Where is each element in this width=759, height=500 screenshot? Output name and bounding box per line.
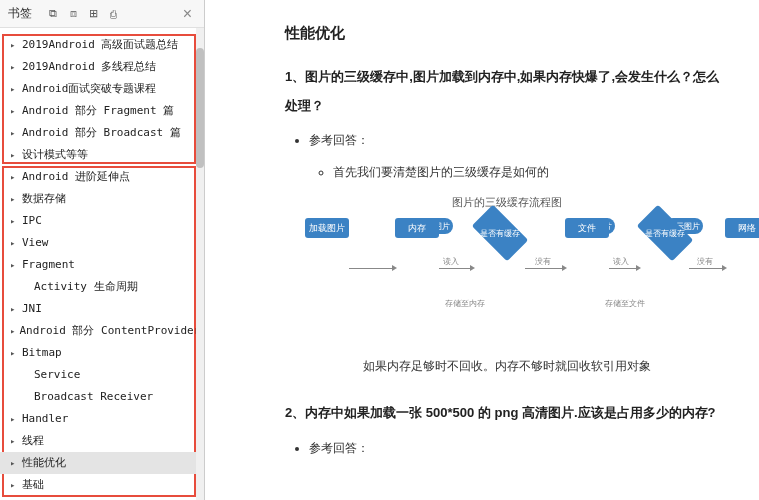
edge-label: 存储至内存 — [445, 298, 485, 309]
outline-item-label: 基础 — [22, 477, 44, 493]
edge — [349, 268, 393, 269]
chevron-right-icon: ▸ — [10, 213, 18, 229]
edge-label: 没有 — [697, 256, 713, 267]
outline-item-label: Android面试突破专题课程 — [22, 81, 156, 97]
outline-item-label: 数据存储 — [22, 191, 66, 207]
answer-2: 参考回答： — [309, 438, 729, 460]
page-title: 性能优化 — [285, 24, 729, 43]
answer-1: 参考回答： 首先我们要清楚图片的三级缓存是如何的 — [309, 130, 729, 183]
edge-label: 存储至文件 — [605, 298, 645, 309]
scrollbar-track[interactable] — [196, 28, 204, 500]
outline-item-label: Fragment — [22, 257, 75, 273]
chevron-right-icon: ▸ — [10, 235, 18, 251]
header-icon-group: ⧉ ⧈ ⊞ ⎙ — [46, 7, 120, 21]
outline-item-label: Activity 生命周期 — [34, 279, 138, 295]
outline-item[interactable]: ▸2019Android 多线程总结 — [0, 56, 204, 78]
chevron-right-icon: ▸ — [10, 59, 18, 75]
outline-item[interactable]: ▸Android 部分 ContentProvider 篇 — [0, 320, 204, 342]
edge-label: 读入 — [443, 256, 459, 267]
outline-item-label: Android 部分 Fragment 篇 — [22, 103, 174, 119]
answer-1-sub: 首先我们要清楚图片的三级缓存是如何的 — [333, 162, 729, 184]
node-file: 文件 — [565, 218, 609, 238]
node-hascache2: 是否有缓存 — [637, 205, 694, 262]
outline-item-label: JNI — [22, 301, 42, 317]
close-icon[interactable]: × — [179, 5, 196, 23]
sidebar-header: 书签 ⧉ ⧈ ⊞ ⎙ × — [0, 0, 204, 28]
outline-item-label: 设计模式等等 — [22, 147, 88, 163]
expand-icon[interactable]: ⧉ — [46, 7, 60, 21]
outline-item[interactable]: Broadcast Receiver — [0, 386, 204, 408]
outline-item-label: View — [22, 235, 49, 251]
outline-item[interactable]: Activity 生命周期 — [0, 276, 204, 298]
answer-2-lead: 参考回答： — [309, 438, 729, 460]
edge — [525, 268, 563, 269]
chevron-right-icon: ▸ — [10, 191, 18, 207]
outline-item-label: Handler — [22, 411, 68, 427]
outline-item[interactable]: ▸Android面试突破专题课程 — [0, 78, 204, 100]
outline-item-label: 性能优化 — [22, 455, 66, 471]
chevron-right-icon: ▸ — [10, 345, 18, 361]
outline-item-label: Android 进阶延伸点 — [22, 169, 130, 185]
outline-item[interactable]: ▸Handler — [0, 408, 204, 430]
node-net: 网络 — [725, 218, 759, 238]
outline-item[interactable]: ▸2019Android 高级面试题总结 — [0, 34, 204, 56]
edge-label: 没有 — [535, 256, 551, 267]
chevron-right-icon: ▸ — [10, 477, 18, 493]
chevron-right-icon: ▸ — [10, 257, 18, 273]
node-mem: 内存 — [395, 218, 439, 238]
edge — [439, 268, 471, 269]
outline-item[interactable]: ▸Fragment — [0, 254, 204, 276]
edge — [689, 268, 723, 269]
outline-item[interactable]: ▸Android 部分 Broadcast 篇 — [0, 122, 204, 144]
flowchart: 显示图片 显示图片 显示图片 加载图片 内存 是否有缓存 文件 是否有缓存 网络… — [285, 218, 729, 338]
outline-item[interactable]: ▸View — [0, 232, 204, 254]
outline-item-label: Service — [34, 367, 80, 383]
chevron-right-icon: ▸ — [10, 81, 18, 97]
outline-item[interactable]: ▸Android 进阶延伸点 — [0, 166, 204, 188]
chevron-right-icon: ▸ — [10, 433, 18, 449]
chevron-right-icon: ▸ — [10, 125, 18, 141]
add-icon[interactable]: ⊞ — [86, 7, 100, 21]
outline-item[interactable]: ▸数据存储 — [0, 188, 204, 210]
outline-item[interactable]: ▸设计模式等等 — [0, 144, 204, 166]
outline-list: ▸2019Android 高级面试题总结▸2019Android 多线程总结▸A… — [0, 28, 204, 500]
edge-label: 读入 — [613, 256, 629, 267]
outline-item-label: 线程 — [22, 433, 44, 449]
chevron-right-icon: ▸ — [10, 37, 18, 53]
chart-caption: 图片的三级缓存流程图 — [285, 195, 729, 210]
outline-item[interactable]: ▸性能优化 — [0, 452, 204, 474]
outline-item[interactable]: ▸IPC — [0, 210, 204, 232]
outline-item-label: Broadcast Receiver — [34, 389, 153, 405]
outline-item[interactable]: ▸JNI — [0, 298, 204, 320]
chevron-right-icon: ▸ — [10, 147, 18, 163]
outline-item-label: 2019Android 高级面试题总结 — [22, 37, 178, 53]
scrollbar-thumb[interactable] — [196, 48, 204, 168]
outline-item[interactable]: ▸Android 部分 Fragment 篇 — [0, 100, 204, 122]
chevron-right-icon: ▸ — [10, 301, 18, 317]
outline-item[interactable]: ▸基础 — [0, 474, 204, 496]
outline-item-label: Android 部分 ContentProvider 篇 — [19, 323, 204, 339]
chevron-right-icon: ▸ — [10, 323, 15, 339]
answer-1-lead: 参考回答： — [309, 130, 729, 152]
outline-item[interactable]: ▸线程 — [0, 430, 204, 452]
node-hascache: 是否有缓存 — [472, 205, 529, 262]
node-load: 加载图片 — [305, 218, 349, 238]
content-pane: 性能优化 1、图片的三级缓存中,图片加载到内存中,如果内存快爆了,会发生什么？怎… — [205, 0, 759, 500]
outline-item[interactable]: ▸Bitmap — [0, 342, 204, 364]
options-icon[interactable]: ⎙ — [106, 7, 120, 21]
sidebar-title: 书签 — [8, 5, 32, 22]
outline-item-label: Bitmap — [22, 345, 62, 361]
outline-item-label: IPC — [22, 213, 42, 229]
outline-item-label: 2019Android 多线程总结 — [22, 59, 156, 75]
chevron-right-icon: ▸ — [10, 169, 18, 185]
chevron-right-icon: ▸ — [10, 411, 18, 427]
question-1: 1、图片的三级缓存中,图片加载到内存中,如果内存快爆了,会发生什么？怎么处理？ — [285, 63, 729, 120]
collapse-icon[interactable]: ⧈ — [66, 7, 80, 21]
question-2: 2、内存中如果加载一张 500*500 的 png 高清图片.应该是占用多少的内… — [285, 399, 729, 428]
edge — [609, 268, 637, 269]
note-text: 如果内存足够时不回收。内存不够时就回收软引用对象 — [285, 358, 729, 375]
outline-item[interactable]: Service — [0, 364, 204, 386]
outline-item-label: Android 部分 Broadcast 篇 — [22, 125, 181, 141]
chevron-right-icon: ▸ — [10, 103, 18, 119]
chevron-right-icon: ▸ — [10, 455, 18, 471]
